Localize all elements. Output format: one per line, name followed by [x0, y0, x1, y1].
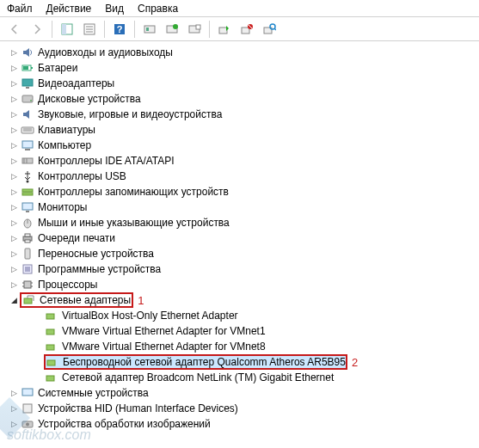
tree-item-usb[interactable]: ▷ Контроллеры USB: [9, 169, 479, 184]
tree-item-keyboards[interactable]: ▷ Клавиатуры: [9, 122, 479, 138]
svg-rect-49: [24, 281, 31, 288]
collapse-arrow-icon[interactable]: ◢: [9, 295, 19, 305]
tree-item-portable[interactable]: ▷ Переносные устройства: [9, 246, 479, 261]
expand-arrow-icon[interactable]: ▷: [9, 233, 19, 243]
tree-label: Видеоадаптеры: [38, 77, 114, 89]
tree-item-hid[interactable]: ▷ Устройства HID (Human Interface Device…: [9, 401, 479, 416]
expand-arrow-icon[interactable]: ▷: [9, 94, 19, 104]
printer-icon: [21, 231, 34, 245]
uninstall-button[interactable]: [185, 20, 204, 39]
tree-label: Очереди печати: [38, 232, 115, 244]
expand-arrow-icon[interactable]: ▷: [9, 388, 19, 398]
expand-arrow-icon[interactable]: ▷: [9, 171, 19, 181]
device-tree[interactable]: ▷ Аудиовходы и аудиовыходы ▷ Батареи ▷ В…: [0, 41, 479, 448]
svg-rect-14: [219, 28, 227, 34]
tree-item-display[interactable]: ▷ Видеоадаптеры: [9, 76, 479, 91]
tree-item-mice[interactable]: ▷ Мыши и иные указывающие устройства: [9, 215, 479, 230]
annotation-1: 1: [138, 294, 144, 307]
tree-item-ide[interactable]: ▷ Контроллеры IDE ATA/ATAPI: [9, 153, 479, 169]
svg-rect-8: [144, 26, 155, 33]
expand-arrow-icon[interactable]: ▷: [9, 63, 19, 73]
battery-icon: [21, 61, 34, 75]
tree-item-batteries[interactable]: ▷ Батареи: [9, 60, 479, 76]
back-button[interactable]: [5, 20, 24, 39]
expand-arrow-icon[interactable]: ▷: [9, 403, 19, 414]
system-icon: [21, 386, 34, 400]
expand-arrow-icon[interactable]: ▷: [9, 279, 19, 290]
expand-arrow-icon[interactable]: ▷: [9, 187, 19, 197]
expand-arrow-icon[interactable]: ▷: [9, 47, 19, 58]
svg-rect-15: [242, 28, 249, 34]
tree-item-network[interactable]: ◢ Сетевые адаптеры 1: [9, 292, 479, 308]
disk-icon: [21, 92, 34, 106]
hid-icon: [21, 402, 34, 415]
svg-rect-61: [23, 404, 32, 413]
menu-action[interactable]: Действие: [46, 3, 92, 15]
svg-rect-48: [25, 267, 30, 272]
menu-view[interactable]: Вид: [105, 3, 124, 15]
expand-arrow-icon[interactable]: ▷: [9, 249, 19, 259]
expand-arrow-icon[interactable]: ▷: [9, 419, 19, 429]
tree-item-sound[interactable]: ▷ Звуковые, игровые и видеоустройства: [9, 107, 479, 122]
tree-label: Системные устройства: [38, 387, 149, 399]
update-driver-button[interactable]: [163, 20, 181, 39]
expand-arrow-icon[interactable]: ▷: [9, 109, 19, 120]
tree-item-audio[interactable]: ▷ Аудиовходы и аудиовыходы: [9, 45, 479, 60]
svg-point-36: [27, 181, 29, 183]
tree-item-computer[interactable]: ▷ Компьютер: [9, 138, 479, 153]
tree-item-adapter[interactable]: ▷ VirtualBox Host-Only Ethernet Adapter: [9, 308, 479, 323]
svg-rect-58: [47, 360, 55, 365]
svg-rect-37: [22, 189, 33, 192]
expand-arrow-icon[interactable]: ▷: [9, 202, 19, 212]
forward-button[interactable]: [28, 20, 46, 39]
scan-changes-button[interactable]: [260, 20, 279, 39]
tree-label: VMware Virtual Ethernet Adapter for VMne…: [62, 325, 266, 337]
tree-item-adapter[interactable]: ▷ VMware Virtual Ethernet Adapter for VM…: [9, 323, 479, 339]
separator: [104, 21, 105, 38]
tree-item-processors[interactable]: ▷ Процессоры: [9, 277, 479, 292]
menu-help[interactable]: Справка: [138, 3, 178, 15]
separator: [52, 21, 52, 38]
svg-rect-46: [25, 249, 30, 259]
svg-rect-40: [26, 211, 29, 212]
expand-arrow-icon[interactable]: ▷: [9, 140, 19, 150]
properties-button[interactable]: [80, 20, 99, 39]
tree-item-storage[interactable]: ▷ Контроллеры запоминающих устройств: [9, 184, 479, 199]
svg-rect-44: [25, 234, 30, 236]
tree-label: Контроллеры USB: [38, 170, 126, 182]
tree-item-adapter[interactable]: ▷ VMware Virtual Ethernet Adapter for VM…: [9, 339, 479, 354]
help-button[interactable]: ?: [110, 20, 129, 39]
tree-item-imaging[interactable]: ▷ Устройства обработки изображений: [9, 416, 479, 432]
tree-item-adapter-selected[interactable]: ▷ Беспроводной сетевой адаптер Qualcomm …: [9, 354, 479, 370]
annotation-2: 2: [352, 356, 358, 369]
toolbar: ?: [0, 17, 479, 41]
expand-arrow-icon[interactable]: ▷: [9, 125, 19, 135]
tree-label: Процессоры: [38, 279, 98, 291]
expand-arrow-icon[interactable]: ▷: [9, 218, 19, 228]
svg-rect-55: [46, 314, 54, 319]
svg-rect-56: [46, 329, 54, 334]
svg-rect-31: [22, 141, 33, 148]
show-hide-tree-button[interactable]: [58, 20, 77, 39]
menu-file[interactable]: Файл: [7, 3, 33, 15]
expand-arrow-icon[interactable]: ▷: [9, 156, 19, 166]
monitor-icon: [21, 200, 34, 214]
tree-label: Программные устройства: [38, 263, 161, 275]
expand-arrow-icon[interactable]: ▷: [9, 78, 19, 89]
disable-button[interactable]: [237, 20, 256, 39]
mouse-icon: [21, 216, 34, 230]
tree-item-monitors[interactable]: ▷ Мониторы: [9, 199, 479, 215]
tree-item-software[interactable]: ▷ Программные устройства: [9, 261, 479, 277]
tree-item-disk[interactable]: ▷ Дисковые устройства: [9, 91, 479, 107]
computer-icon: [21, 138, 34, 152]
tree-item-system[interactable]: ▷ Системные устройства: [9, 385, 479, 401]
network-icon: [22, 293, 36, 307]
tree-item-printqueues[interactable]: ▷ Очереди печати: [9, 230, 479, 246]
expand-arrow-icon[interactable]: ▷: [9, 264, 19, 274]
svg-rect-38: [22, 193, 33, 195]
tree-label: Мыши и иные указывающие устройства: [38, 217, 230, 229]
scan-hardware-button[interactable]: [140, 20, 159, 39]
enable-button[interactable]: [215, 20, 234, 39]
menu-bar: Файл Действие Вид Справка: [0, 0, 479, 17]
tree-item-adapter[interactable]: ▷ Сетевой адаптер Broadcom NetLink (TM) …: [9, 370, 479, 385]
